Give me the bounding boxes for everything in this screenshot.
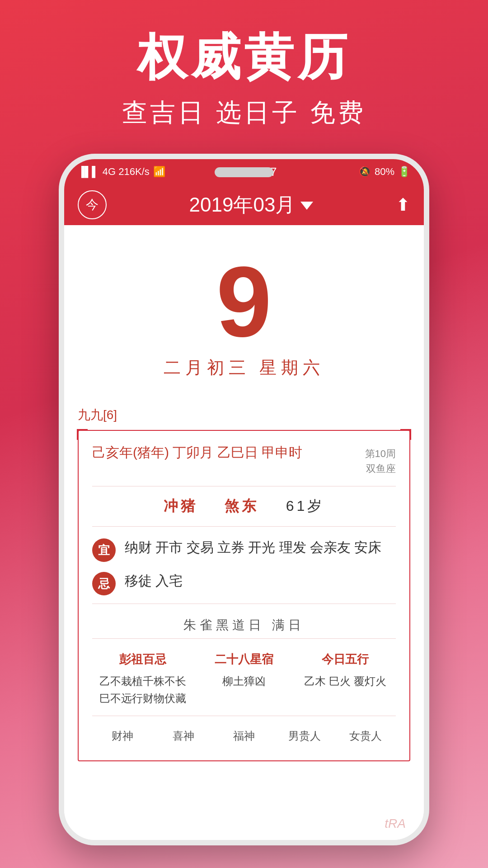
signal-speed: 4G 216K/s <box>103 166 150 178</box>
date-display: 9 二月初三 星期六 <box>64 225 424 393</box>
week-zodiac: 第10周 双鱼座 <box>365 446 396 476</box>
info-card: 己亥年(猪年) 丁卯月 乙巳日 甲申时 第10周 双鱼座 冲猪 煞东 61岁 <box>78 430 410 761</box>
chong-age: 61岁 <box>286 498 325 514</box>
zodiac-label: 双鱼座 <box>365 461 396 476</box>
divider-1 <box>92 604 396 604</box>
signal-icon: ▐▌▌ <box>78 166 99 178</box>
day-number: 9 <box>64 252 424 352</box>
week-label: 第10周 <box>365 446 396 461</box>
share-button[interactable]: ⬆ <box>396 195 410 215</box>
god-nvguiren: 女贵人 <box>335 729 396 743</box>
ganzhi-row: 己亥年(猪年) 丁卯月 乙巳日 甲申时 第10周 双鱼座 <box>92 443 396 486</box>
xingxiu-title: 二十八星宿 <box>193 651 295 667</box>
app-header: 今 2019年03月 ⬆ <box>64 184 424 225</box>
lunar-date: 二月初三 星期六 <box>64 356 424 379</box>
pengzu-title: 彭祖百忌 <box>92 651 193 667</box>
col-pengzu: 彭祖百忌 乙不栽植千株不长巳不远行财物伏藏 <box>92 651 193 708</box>
watermark: tRA <box>385 816 406 831</box>
month-text: 2019年03月 <box>189 192 296 218</box>
battery-icon: 🔋 <box>398 166 410 178</box>
today-label: 今 <box>86 196 99 213</box>
col-xingxiu: 二十八星宿 柳土獐凶 <box>193 651 295 708</box>
ganzhi-text: 己亥年(猪年) 丁卯月 乙巳日 甲申时 <box>92 443 302 462</box>
jiu-label: 九九[6] <box>78 406 410 424</box>
app-subtitle: 查吉日 选日子 免费 <box>0 96 488 130</box>
dropdown-arrow-icon <box>300 202 313 210</box>
status-left: ▐▌▌ 4G 216K/s 📶 <box>78 166 165 178</box>
status-right: 🔕 80% 🔋 <box>359 166 410 178</box>
alarm-icon: 🔕 <box>359 166 371 178</box>
three-cols: 彭祖百忌 乙不栽植千株不长巳不远行财物伏藏 二十八星宿 柳土獐凶 今日五行 乙木… <box>92 647 396 716</box>
pengzu-content: 乙不栽植千株不长巳不远行财物伏藏 <box>92 673 193 708</box>
chong-animal: 冲猪 <box>164 498 198 514</box>
god-caisheng: 财神 <box>92 729 153 743</box>
battery-percent: 80% <box>375 166 394 178</box>
phone-speaker <box>215 167 273 177</box>
yi-content: 纳财 开市 交易 立券 开光 理发 会亲友 安床 <box>125 537 396 558</box>
main-content: 9 二月初三 星期六 九九[6] 己亥年(猪年) 丁卯月 乙巳日 甲申时 第10… <box>64 225 424 840</box>
god-fusheng: 福神 <box>214 729 274 743</box>
ji-badge: 忌 <box>92 572 116 595</box>
today-button[interactable]: 今 <box>78 190 107 219</box>
wifi-icon: 📶 <box>153 166 165 178</box>
god-xisheng: 喜神 <box>153 729 213 743</box>
chong-row: 冲猪 煞东 61岁 <box>92 496 396 527</box>
wuxing-content: 乙木 巳火 覆灯火 <box>295 673 396 690</box>
heisha-row: 朱雀黑道日 满日 <box>92 612 396 639</box>
month-selector[interactable]: 2019年03月 <box>189 192 314 218</box>
phone-mockup: ▐▌▌ 4G 216K/s 📶 16:17 🔕 80% 🔋 今 2019年03月… <box>59 154 429 845</box>
five-gods-row: 财神 喜神 福神 男贵人 女贵人 <box>92 721 396 748</box>
god-nanguiren: 男贵人 <box>274 729 335 743</box>
top-section: 权威黄历 查吉日 选日子 免费 <box>0 0 488 148</box>
info-section: 九九[6] 己亥年(猪年) 丁卯月 乙巳日 甲申时 第10周 双鱼座 冲猪 煞东 <box>78 406 410 761</box>
yi-badge: 宜 <box>92 538 116 562</box>
yi-row: 宜 纳财 开市 交易 立券 开光 理发 会亲友 安床 <box>92 537 396 562</box>
app-title: 权威黄历 <box>0 27 488 87</box>
wuxing-title: 今日五行 <box>295 651 396 667</box>
xingxiu-content: 柳土獐凶 <box>193 673 295 690</box>
chong-direction: 煞东 <box>225 498 259 514</box>
ji-content: 移徒 入宅 <box>125 570 396 592</box>
col-wuxing: 今日五行 乙木 巳火 覆灯火 <box>295 651 396 708</box>
ji-row: 忌 移徒 入宅 <box>92 570 396 595</box>
